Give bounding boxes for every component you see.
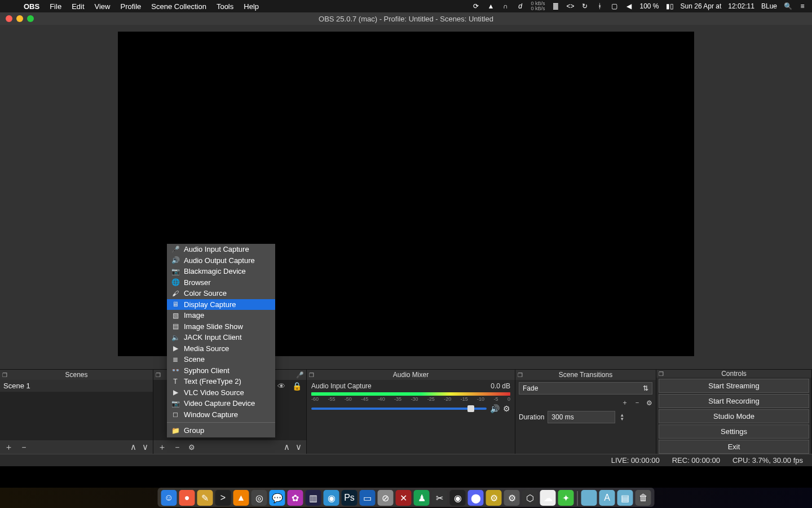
transition-settings-button[interactable]: ⚙ xyxy=(646,399,652,407)
dock-app-icon[interactable] xyxy=(581,490,597,506)
dock-app-icon[interactable]: 🗑 xyxy=(636,490,651,506)
volume-slider[interactable] xyxy=(311,408,487,410)
source-menu-item[interactable]: 🔈JACK Input Client xyxy=(167,332,275,343)
source-menu-item[interactable]: 📷Blackmagic Device xyxy=(167,266,275,277)
battery-icon[interactable]: ▮▯ xyxy=(666,2,674,10)
transition-add-button[interactable]: ＋ xyxy=(621,398,628,408)
popout-icon[interactable]: ❐ xyxy=(659,371,664,377)
timemachine-icon[interactable]: ↻ xyxy=(581,2,589,10)
scene-down-button[interactable]: ∨ xyxy=(142,442,148,452)
popout-icon[interactable]: ❐ xyxy=(309,372,314,378)
menu-file[interactable]: File xyxy=(50,2,61,11)
headphones-icon[interactable]: ∩ xyxy=(501,2,509,10)
source-menu-item[interactable]: 🔊Audio Output Capture xyxy=(167,255,275,266)
source-remove-button[interactable]: － xyxy=(173,442,182,453)
visibility-icon[interactable]: 👁 xyxy=(277,382,285,391)
dock-app-icon[interactable]: ◎ xyxy=(251,490,267,506)
transition-select[interactable]: Fade⇅ xyxy=(519,382,652,395)
dock-app-icon[interactable]: A xyxy=(599,490,615,506)
bluetooth-icon[interactable]: ᚼ xyxy=(595,2,603,10)
dock-app-icon[interactable]: ▲ xyxy=(233,490,249,506)
menu-edit[interactable]: Edit xyxy=(72,2,84,11)
menu-help[interactable]: Help xyxy=(244,2,259,11)
popout-icon[interactable]: ❐ xyxy=(2,372,7,378)
source-menu-item[interactable]: ≣Scene xyxy=(167,354,275,365)
source-menu-item[interactable]: 🖥Display Capture xyxy=(167,299,275,310)
menubar-date[interactable]: Sun 26 Apr at xyxy=(681,2,722,10)
menu-app[interactable]: OBS xyxy=(24,2,39,11)
popout-icon[interactable]: ❐ xyxy=(518,372,523,378)
source-menu-item[interactable]: ▤Image Slide Show xyxy=(167,321,275,332)
d-tray-icon[interactable]: d xyxy=(516,2,524,10)
scene-remove-button[interactable]: － xyxy=(20,442,28,453)
source-add-button[interactable]: ＋ xyxy=(158,442,166,453)
dock-app-icon[interactable]: ☁ xyxy=(540,490,556,506)
dock-app-icon[interactable]: ◉ xyxy=(324,490,339,506)
scene-row[interactable]: Scene 1 xyxy=(0,380,153,392)
source-settings-button[interactable]: ⚙ xyxy=(188,443,195,452)
dock-app-icon[interactable]: Ps xyxy=(342,490,358,506)
source-menu-item[interactable]: ▧Image xyxy=(167,310,275,321)
menubar-time[interactable]: 12:02:11 xyxy=(728,2,754,10)
lock-icon[interactable]: 🔒 xyxy=(292,382,302,391)
code-tray-icon[interactable]: <> xyxy=(566,2,574,10)
network-stats[interactable]: 0 kB/s0 kB/s xyxy=(531,1,545,11)
source-menu-item[interactable]: ▶Media Source xyxy=(167,343,275,354)
slider-tray-icon[interactable]: ䷀ xyxy=(551,2,559,10)
menu-scene-collection[interactable]: Scene Collection xyxy=(151,2,206,11)
dock-app-icon[interactable]: ● xyxy=(179,490,195,506)
source-menu-item[interactable]: 📷Video Capture Device xyxy=(167,398,275,409)
settings-button[interactable]: Settings xyxy=(659,424,809,439)
source-menu-item[interactable]: 👓Syphon Client xyxy=(167,365,275,376)
dock-app-icon[interactable]: ✂ xyxy=(432,490,448,506)
dock-app-icon[interactable]: ⊘ xyxy=(378,490,394,506)
dock-app-icon[interactable]: ✿ xyxy=(288,490,303,506)
dock-app-icon[interactable]: ◉ xyxy=(450,490,466,506)
dock-app-icon[interactable]: ⬡ xyxy=(522,490,538,506)
source-menu-item[interactable]: 🖌Color Source xyxy=(167,288,275,299)
source-menu-item[interactable]: ▶VLC Video Source xyxy=(167,387,275,398)
scene-add-button[interactable]: ＋ xyxy=(5,442,13,453)
mixer-settings-icon[interactable]: ⚙ xyxy=(503,404,510,413)
menubar-user[interactable]: BLue xyxy=(761,2,777,10)
dock-app-icon[interactable]: ▭ xyxy=(360,490,376,506)
dock-app-icon[interactable]: > xyxy=(215,490,231,506)
speaker-icon[interactable]: 🔊 xyxy=(490,404,500,413)
dock-app-icon[interactable]: ✎ xyxy=(197,490,213,506)
dock-app-icon[interactable]: 💬 xyxy=(270,490,285,506)
studio-mode-button[interactable]: Studio Mode xyxy=(659,409,809,423)
duration-field[interactable]: 300 ms xyxy=(548,411,615,423)
dock-app-icon[interactable]: ▥ xyxy=(306,490,321,506)
source-menu-item[interactable]: TText (FreeType 2) xyxy=(167,376,275,387)
source-menu-item[interactable]: 🌐Browser xyxy=(167,277,275,288)
transition-remove-button[interactable]: － xyxy=(634,398,641,408)
menu-tools[interactable]: Tools xyxy=(217,2,233,11)
popout-icon[interactable]: ❐ xyxy=(156,372,161,378)
dock-app-icon[interactable]: ☺ xyxy=(161,490,177,506)
dock-app-icon[interactable]: ✕ xyxy=(396,490,412,506)
dock-app-icon[interactable]: ⚙ xyxy=(486,490,502,506)
source-down-button[interactable]: ∨ xyxy=(295,442,302,452)
source-up-button[interactable]: ∧ xyxy=(284,442,290,452)
dock-app-icon[interactable]: ⚙ xyxy=(504,490,520,506)
volume-icon[interactable]: ◀ xyxy=(625,2,633,10)
menu-list-icon[interactable]: ≡ xyxy=(798,2,806,10)
spotlight-icon[interactable]: 🔍 xyxy=(784,2,792,10)
vlc-tray-icon[interactable]: ▲ xyxy=(487,2,495,10)
dock-app-icon[interactable]: ⬤ xyxy=(468,490,484,506)
battery-text[interactable]: 100 % xyxy=(639,2,659,10)
start-streaming-button[interactable]: Start Streaming xyxy=(659,379,809,393)
dock-app-icon[interactable]: ♟ xyxy=(414,490,430,506)
scene-up-button[interactable]: ∧ xyxy=(130,442,136,452)
source-menu-item[interactable]: ◻Window Capture xyxy=(167,409,275,421)
duration-stepper[interactable]: ▲▼ xyxy=(620,413,624,421)
source-menu-group[interactable]: 📁Group xyxy=(167,425,275,436)
exit-button[interactable]: Exit xyxy=(659,440,809,454)
obs-tray-icon[interactable]: ⟳ xyxy=(472,2,480,10)
source-menu-item[interactable]: 🎤Audio Input Capture xyxy=(167,244,275,255)
menu-view[interactable]: View xyxy=(95,2,111,11)
start-recording-button[interactable]: Start Recording xyxy=(659,394,809,408)
airplay-icon[interactable]: ▢ xyxy=(610,2,618,10)
dock-app-icon[interactable]: ▤ xyxy=(617,490,633,506)
menu-profile[interactable]: Profile xyxy=(120,2,141,11)
